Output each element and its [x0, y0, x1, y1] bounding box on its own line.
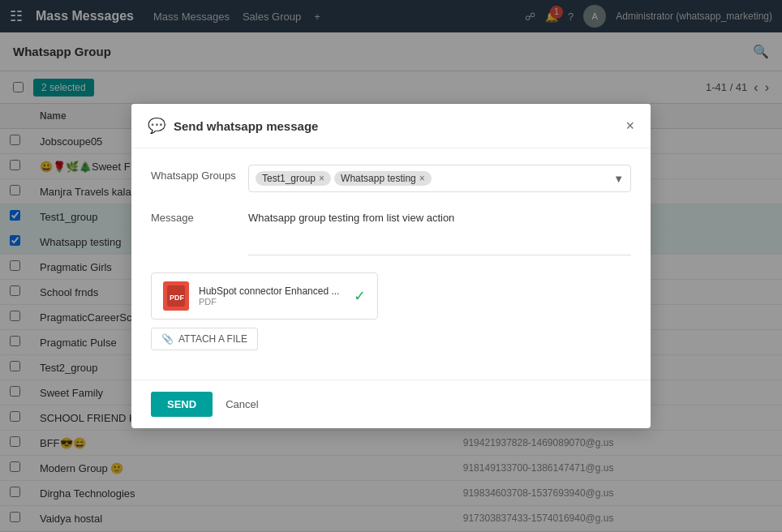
modal-body: Whatsapp Groups Test1_group × Whatsapp t… — [131, 148, 651, 380]
tag-whatsapp-testing: Whatsapp testing × — [334, 171, 432, 186]
modal-header-left: 💬 Send whatsapp message — [148, 117, 318, 135]
groups-control: Test1_group × Whatsapp testing × ▼ — [248, 165, 631, 192]
message-input[interactable]: Whatsapp group testing from list view ac… — [248, 207, 631, 255]
attach-file-button[interactable]: 📎 ATTACH A FILE — [151, 328, 258, 350]
attachment-area: PDF HubSpot connector Enhanced ... PDF ✓… — [151, 272, 631, 350]
tag-test1group-label: Test1_group — [262, 173, 316, 184]
whatsapp-icon: 💬 — [148, 117, 165, 135]
message-label: Message — [151, 207, 248, 224]
tag-whatsapp-testing-label: Whatsapp testing — [341, 173, 416, 184]
message-field-row: Message Whatsapp group testing from list… — [151, 207, 631, 258]
modal-footer: SEND Cancel — [131, 380, 651, 428]
tag-test1group-remove[interactable]: × — [319, 173, 324, 184]
tag-whatsapp-testing-remove[interactable]: × — [419, 173, 425, 184]
modal-header: 💬 Send whatsapp message × — [131, 104, 651, 148]
pdf-icon: PDF — [163, 281, 189, 311]
send-whatsapp-modal: 💬 Send whatsapp message × Whatsapp Group… — [131, 104, 651, 428]
attachment-info: HubSpot connector Enhanced ... PDF — [199, 285, 344, 307]
cancel-button[interactable]: Cancel — [222, 392, 261, 417]
attachment-name: HubSpot connector Enhanced ... — [199, 285, 344, 297]
send-button[interactable]: SEND — [151, 392, 213, 417]
groups-field-row: Whatsapp Groups Test1_group × Whatsapp t… — [151, 165, 631, 192]
tag-test1group: Test1_group × — [256, 171, 331, 186]
svg-text:PDF: PDF — [170, 294, 185, 302]
attachment-check-icon: ✓ — [354, 287, 366, 305]
tags-dropdown-arrow[interactable]: ▼ — [613, 173, 624, 185]
attachment-item: PDF HubSpot connector Enhanced ... PDF ✓ — [151, 272, 378, 320]
paperclip-icon: 📎 — [161, 333, 174, 345]
modal-overlay: 💬 Send whatsapp message × Whatsapp Group… — [0, 0, 782, 532]
modal-title: Send whatsapp message — [174, 119, 318, 133]
attachment-type: PDF — [199, 297, 344, 307]
groups-tags-input[interactable]: Test1_group × Whatsapp testing × ▼ — [248, 165, 631, 192]
modal-close-button[interactable]: × — [625, 118, 634, 135]
attach-file-label: ATTACH A FILE — [178, 333, 247, 345]
message-control: Whatsapp group testing from list view ac… — [248, 207, 631, 258]
groups-label: Whatsapp Groups — [151, 165, 248, 182]
